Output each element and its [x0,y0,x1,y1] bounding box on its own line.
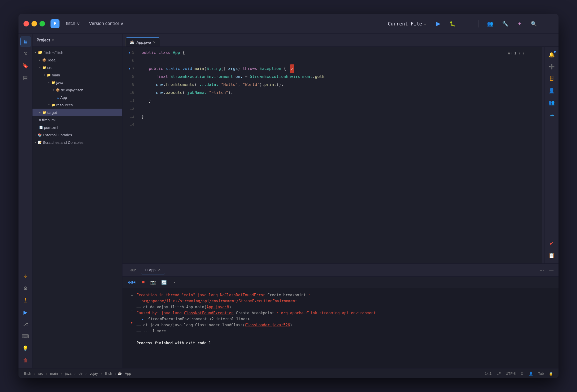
sidebar-item-run[interactable]: ▶ [20,307,31,318]
project-selector[interactable]: flitch ∨ [64,19,82,28]
restore-button[interactable]: 🔄 [159,278,169,287]
database-button[interactable]: 🗄 [546,73,557,84]
folder-collapsed-icon: ▸ [34,133,36,137]
code-line-10: —— —— env . execute ( jobName: "F [138,89,544,97]
sidebar-item-project[interactable]: 🖥 [20,36,31,47]
editor-scrollbar[interactable] [542,47,544,263]
avatar-button[interactable]: 👤 [546,85,557,96]
noclassdef-link[interactable]: NoClassDefFoundError [220,293,265,297]
sidebar-item-settings[interactable]: ⚙ [20,283,31,294]
notification-bell-button[interactable]: 🔔 [546,49,557,60]
java-file-icon: ☕ [57,95,59,100]
expand-icon[interactable]: ▸ [131,319,133,326]
sidebar-item-git[interactable]: ⎇ [20,319,31,330]
breadcrumb-de[interactable]: de [77,371,84,376]
bottom-tab-run[interactable]: Run [126,266,140,274]
breadcrumb-src[interactable]: src [37,371,44,376]
brand-badge: F [50,19,60,28]
sidebar-item-notifications[interactable]: 💡 [20,343,31,354]
line-endings[interactable]: LF [495,371,502,376]
sidebar-item-problems[interactable]: ⚠ [20,271,31,282]
cursor-position[interactable]: 14:1 [483,371,493,376]
tree-item-java[interactable]: ▾ 📁 java [32,79,122,86]
app-tab-close[interactable]: ✕ [158,268,161,272]
bottom-panel-minimize[interactable]: — [547,266,556,274]
scratch-icon: 📝 [38,141,42,144]
tree-item-package[interactable]: ▾ 📦 de.vojay.flitch [32,86,122,94]
sidebar-item-database[interactable]: 🗄 [20,295,31,306]
code-lines[interactable]: public class App { A↑ 1 ↑ [138,47,544,263]
sidebar-item-bookmarks[interactable]: 🔖 [20,60,31,71]
up-arrow-icon[interactable]: ↑ [131,293,133,299]
lock-icon[interactable]: 🔒 [547,371,554,376]
tree-item-target[interactable]: ▸ 📁 target [32,109,122,116]
sidebar-item-vcs[interactable]: ⌥ [20,48,31,59]
tree-item-external-libs[interactable]: ▸ 📚 External Libraries [32,131,122,139]
tree-item-pom[interactable]: 📄 pom.xml [32,124,122,131]
breadcrumb-app[interactable]: App [123,371,132,376]
more-run-button[interactable]: ⋯ [462,19,472,29]
code-editor[interactable]: ▶ 5 6 ▶ 7 8 9 10 11 12 [122,47,544,263]
app-window: F flitch ∨ Version control ∨ Current Fil… [18,14,558,378]
tree-item-main[interactable]: ▾ 📁 main [32,71,122,79]
classnotfound-link[interactable]: ClassNotFoundException [184,311,234,315]
project-panel-header[interactable]: Project ∨ [32,34,122,47]
breadcrumb-flitch[interactable]: flitch [22,371,33,376]
run-line-empty [136,334,554,340]
indent-type[interactable]: Tab [536,371,545,376]
debug-button[interactable]: 🐛 [447,19,458,29]
breadcrumb-java[interactable]: java [64,371,73,376]
maximize-button[interactable] [40,21,45,26]
breadcrumb-vojay[interactable]: vojay [88,371,99,376]
sidebar-item-delete[interactable]: 🗑 [20,355,31,366]
run-line-7: —— ... 1 more [136,328,554,334]
breadcrumb-main[interactable]: main [49,371,59,376]
stop-button[interactable]: ■ [140,278,147,286]
current-file-button[interactable]: Current File ⌄ [384,19,430,28]
ai-button[interactable]: ✦ [515,19,524,29]
tree-item-flitch[interactable]: ▾ 📁 flitch ~/flitch [32,49,122,56]
tools-button[interactable]: 🔧 [500,19,511,29]
tree-item-idea[interactable]: ▸ 📦 .idea [32,56,122,64]
team-button[interactable]: 👥 [546,97,557,108]
rerun-button[interactable]: ⏭⏭ [126,278,138,286]
editor-tab-app[interactable]: ☕ App.java ✕ [126,37,160,46]
iml-file-icon: ⚙ [39,118,41,122]
folder-icon: 📁 [38,50,42,55]
app-java-link[interactable]: App.java:8 [206,305,229,309]
folder-icon: 📦 [42,58,46,62]
tree-item-app[interactable]: ☕ App [32,94,122,101]
snapshot-button[interactable]: 📷 [148,278,158,287]
classloader-link[interactable]: ClassLoader.java:526 [245,323,290,327]
tree-item-scratches[interactable]: ▸ 📝 Scratches and Consoles [32,139,122,146]
cloud-icon: ☁ [549,112,554,118]
tab-close-button[interactable]: ✕ [153,40,156,44]
minimize-button[interactable] [32,21,37,26]
add-bookmark-button[interactable]: ➕ [546,61,557,72]
bottom-panel-more[interactable]: ⋯ [538,266,546,274]
run-more-button[interactable]: ⋯ [170,278,179,287]
ai-status-icon[interactable]: 👤 [527,371,534,376]
notes-button[interactable]: 📋 [546,250,557,261]
menu-button[interactable]: ⋯ [544,19,554,29]
vcs-selector[interactable]: Version control ∨ [86,19,126,28]
down-arrow-icon[interactable]: ↓ [131,306,133,313]
tree-item-src[interactable]: ▾ 📁 src [32,64,122,71]
close-button[interactable] [24,21,29,26]
run-button[interactable]: ▶ [434,18,443,29]
settings-icon-status[interactable]: ⚙ [519,371,525,376]
bottom-tab-app[interactable]: □ App ✕ [142,266,165,274]
cloud-button[interactable]: ☁ [546,109,557,120]
sidebar-item-terminal[interactable]: ⌨ [20,331,31,342]
tabs-more-button[interactable]: ⋯ [547,38,556,45]
tree-item-resources[interactable]: ▾ 📁 resources [32,101,122,109]
users-button[interactable]: 👥 [484,19,496,29]
search-button[interactable]: 🔍 [528,19,540,29]
traffic-lights [24,21,45,26]
sidebar-item-structure[interactable]: ▤ [20,72,31,83]
breadcrumb-flitch2[interactable]: flitch [104,371,114,376]
checkmark-button[interactable]: ✔ [546,238,557,249]
charset[interactable]: UTF-8 [504,371,517,376]
sidebar-item-more[interactable]: ··· [20,84,31,95]
tree-item-iml[interactable]: ⚙ flitch.iml [32,116,122,124]
